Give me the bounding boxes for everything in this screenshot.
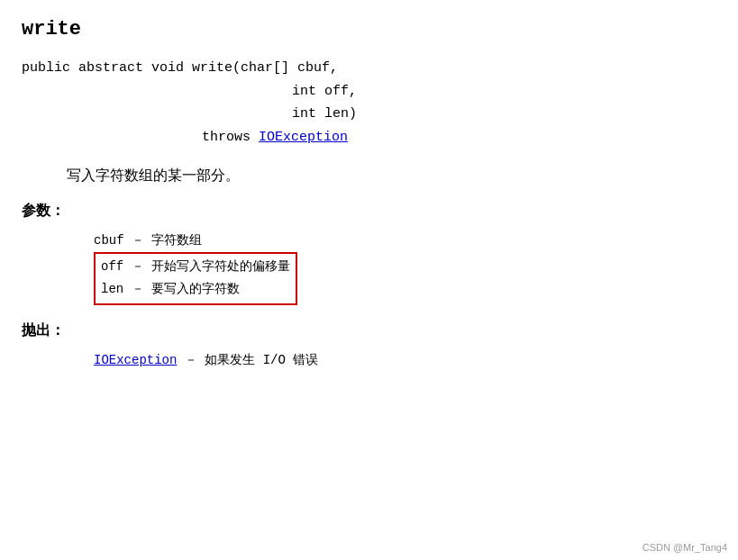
throws-ioexception: IOException － 如果发生 I/O 错误 — [94, 349, 716, 372]
signature-line3: int len) — [292, 103, 716, 126]
signature-line2: int off, — [292, 80, 716, 104]
ioexception-throws-link[interactable]: IOException — [259, 130, 348, 145]
watermark: CSDN @Mr_Tang4 — [642, 542, 727, 553]
method-description: 写入字符数组的某一部分。 — [67, 167, 716, 185]
signature-text2: int off, — [292, 84, 357, 99]
throws-text: throws — [202, 130, 259, 145]
signature-line1: public abstract void write(char[] cbuf, — [22, 57, 716, 80]
signature-text1: public abstract void write(char[] cbuf, — [22, 60, 338, 76]
throws-list: IOException － 如果发生 I/O 错误 — [94, 349, 716, 372]
highlighted-params-box: off － 开始写入字符处的偏移量 len － 要写入的字符数 — [94, 252, 297, 304]
method-title: write — [22, 18, 716, 41]
param-cbuf: cbuf － 字符数组 — [94, 230, 716, 252]
param-off-desc: 开始写入字符处的偏移量 — [151, 259, 290, 274]
param-len: len － 要写入的字符数 — [101, 278, 290, 301]
params-label: 参数： — [22, 202, 716, 221]
param-off-name: off — [101, 259, 123, 274]
param-cbuf-desc: 字符数组 — [151, 233, 202, 248]
param-off: off － 开始写入字符处的偏移量 — [101, 256, 290, 278]
param-cbuf-name: cbuf — [94, 233, 124, 248]
throws-label: 抛出： — [22, 321, 716, 340]
signature-line4: throws IOException — [202, 126, 716, 149]
params-section: 参数： cbuf － 字符数组 off － 开始写入字符处的偏移量 len － … — [22, 202, 716, 305]
ioexception-link[interactable]: IOException — [94, 353, 177, 367]
signature-text3: int len) — [292, 106, 357, 122]
param-len-name: len — [101, 282, 123, 296]
throws-section: 抛出： IOException － 如果发生 I/O 错误 — [22, 321, 716, 372]
param-list: cbuf － 字符数组 off － 开始写入字符处的偏移量 len － 要写入的… — [94, 230, 716, 305]
param-cbuf-sep: － — [124, 233, 152, 248]
param-len-desc: 要写入的字符数 — [151, 282, 240, 296]
param-len-sep: － — [123, 282, 151, 296]
signature-block: public abstract void write(char[] cbuf, … — [22, 57, 716, 149]
throws-desc: 如果发生 I/O 错误 — [205, 353, 318, 367]
throws-sep: － — [177, 353, 205, 367]
param-off-sep: － — [123, 259, 151, 274]
